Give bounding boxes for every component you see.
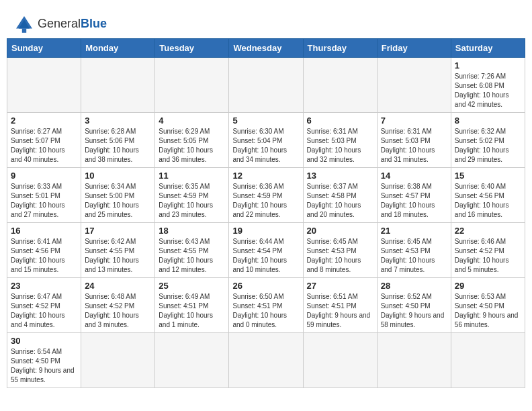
day-info: Sunrise: 6:27 AM Sunset: 5:07 PM Dayligh…	[11, 127, 77, 165]
calendar-cell	[155, 333, 229, 388]
day-info: Sunrise: 6:38 AM Sunset: 4:57 PM Dayligh…	[381, 182, 447, 220]
calendar-cell	[303, 58, 377, 113]
day-info: Sunrise: 6:54 AM Sunset: 4:50 PM Dayligh…	[11, 347, 77, 385]
header: GeneralBlue	[7, 7, 525, 38]
day-number: 12	[232, 171, 299, 181]
calendar-cell	[303, 333, 377, 388]
calendar-cell: 21Sunrise: 6:45 AM Sunset: 4:53 PM Dayli…	[377, 223, 451, 278]
calendar-cell: 16Sunrise: 6:41 AM Sunset: 4:56 PM Dayli…	[7, 223, 81, 278]
day-number: 10	[85, 171, 151, 181]
day-number: 25	[159, 281, 225, 291]
calendar-cell: 7Sunrise: 6:31 AM Sunset: 5:03 PM Daylig…	[377, 113, 451, 168]
calendar-cell: 8Sunrise: 6:32 AM Sunset: 5:02 PM Daylig…	[451, 113, 525, 168]
calendar-cell: 2Sunrise: 6:27 AM Sunset: 5:07 PM Daylig…	[7, 113, 81, 168]
day-number: 8	[455, 116, 521, 126]
calendar-cell: 30Sunrise: 6:54 AM Sunset: 4:50 PM Dayli…	[7, 333, 81, 388]
day-header-thursday: Thursday	[303, 39, 377, 58]
calendar-cell: 27Sunrise: 6:51 AM Sunset: 4:51 PM Dayli…	[303, 278, 377, 333]
day-info: Sunrise: 6:28 AM Sunset: 5:06 PM Dayligh…	[85, 127, 151, 165]
day-info: Sunrise: 6:43 AM Sunset: 4:55 PM Dayligh…	[159, 237, 225, 275]
day-info: Sunrise: 6:31 AM Sunset: 5:03 PM Dayligh…	[307, 127, 373, 165]
day-number: 4	[159, 116, 225, 126]
day-info: Sunrise: 6:47 AM Sunset: 4:52 PM Dayligh…	[11, 292, 77, 330]
calendar-cell: 6Sunrise: 6:31 AM Sunset: 5:03 PM Daylig…	[303, 113, 377, 168]
day-number: 18	[159, 226, 225, 236]
day-info: Sunrise: 6:48 AM Sunset: 4:52 PM Dayligh…	[85, 292, 151, 330]
day-info: Sunrise: 6:42 AM Sunset: 4:55 PM Dayligh…	[85, 237, 151, 275]
day-number: 24	[85, 281, 151, 291]
calendar-week-5: 30Sunrise: 6:54 AM Sunset: 4:50 PM Dayli…	[7, 333, 525, 388]
calendar-cell: 3Sunrise: 6:28 AM Sunset: 5:06 PM Daylig…	[81, 113, 155, 168]
day-info: Sunrise: 7:26 AM Sunset: 6:08 PM Dayligh…	[455, 72, 521, 109]
day-number: 19	[232, 226, 299, 236]
day-number: 6	[307, 116, 373, 126]
day-header-saturday: Saturday	[451, 39, 525, 58]
day-info: Sunrise: 6:40 AM Sunset: 4:56 PM Dayligh…	[455, 182, 521, 220]
calendar-week-0: 1Sunrise: 7:26 AM Sunset: 6:08 PM Daylig…	[7, 58, 525, 113]
day-info: Sunrise: 6:45 AM Sunset: 4:53 PM Dayligh…	[381, 237, 447, 275]
calendar-cell: 19Sunrise: 6:44 AM Sunset: 4:54 PM Dayli…	[229, 223, 303, 278]
logo: GeneralBlue	[13, 13, 107, 35]
calendar-cell: 24Sunrise: 6:48 AM Sunset: 4:52 PM Dayli…	[81, 278, 155, 333]
calendar-cell	[377, 58, 451, 113]
day-info: Sunrise: 6:37 AM Sunset: 4:58 PM Dayligh…	[307, 182, 373, 220]
calendar-cell: 13Sunrise: 6:37 AM Sunset: 4:58 PM Dayli…	[303, 168, 377, 223]
day-number: 5	[232, 116, 299, 126]
day-header-friday: Friday	[377, 39, 451, 58]
day-info: Sunrise: 6:44 AM Sunset: 4:54 PM Dayligh…	[232, 237, 299, 275]
day-info: Sunrise: 6:35 AM Sunset: 4:59 PM Dayligh…	[159, 182, 225, 220]
calendar-cell: 10Sunrise: 6:34 AM Sunset: 5:00 PM Dayli…	[81, 168, 155, 223]
calendar-cell	[7, 58, 81, 113]
day-number: 15	[455, 171, 521, 181]
day-info: Sunrise: 6:33 AM Sunset: 5:01 PM Dayligh…	[11, 182, 77, 220]
calendar-header-row: SundayMondayTuesdayWednesdayThursdayFrid…	[7, 39, 525, 58]
day-number: 2	[11, 116, 77, 126]
day-info: Sunrise: 6:36 AM Sunset: 4:59 PM Dayligh…	[232, 182, 299, 220]
day-header-tuesday: Tuesday	[155, 39, 229, 58]
calendar-cell: 14Sunrise: 6:38 AM Sunset: 4:57 PM Dayli…	[377, 168, 451, 223]
day-info: Sunrise: 6:41 AM Sunset: 4:56 PM Dayligh…	[11, 237, 77, 275]
day-info: Sunrise: 6:30 AM Sunset: 5:04 PM Dayligh…	[232, 127, 299, 165]
calendar-cell	[155, 58, 229, 113]
day-number: 17	[85, 226, 151, 236]
calendar-cell	[229, 58, 303, 113]
day-number: 1	[455, 60, 521, 71]
day-info: Sunrise: 6:53 AM Sunset: 4:50 PM Dayligh…	[455, 292, 521, 330]
calendar-cell: 12Sunrise: 6:36 AM Sunset: 4:59 PM Dayli…	[229, 168, 303, 223]
day-info: Sunrise: 6:32 AM Sunset: 5:02 PM Dayligh…	[455, 127, 521, 165]
calendar-cell: 20Sunrise: 6:45 AM Sunset: 4:53 PM Dayli…	[303, 223, 377, 278]
day-header-monday: Monday	[81, 39, 155, 58]
day-number: 16	[11, 226, 77, 236]
calendar-week-3: 16Sunrise: 6:41 AM Sunset: 4:56 PM Dayli…	[7, 223, 525, 278]
calendar-week-2: 9Sunrise: 6:33 AM Sunset: 5:01 PM Daylig…	[7, 168, 525, 223]
logo-blue-text: Blue	[81, 17, 107, 30]
day-info: Sunrise: 6:49 AM Sunset: 4:51 PM Dayligh…	[159, 292, 225, 330]
calendar-cell: 11Sunrise: 6:35 AM Sunset: 4:59 PM Dayli…	[155, 168, 229, 223]
calendar-cell: 25Sunrise: 6:49 AM Sunset: 4:51 PM Dayli…	[155, 278, 229, 333]
day-info: Sunrise: 6:50 AM Sunset: 4:51 PM Dayligh…	[232, 292, 299, 330]
day-number: 26	[232, 281, 299, 291]
day-number: 30	[11, 336, 77, 346]
calendar-cell: 23Sunrise: 6:47 AM Sunset: 4:52 PM Dayli…	[7, 278, 81, 333]
day-info: Sunrise: 6:29 AM Sunset: 5:05 PM Dayligh…	[159, 127, 225, 165]
calendar-cell: 22Sunrise: 6:46 AM Sunset: 4:52 PM Dayli…	[451, 223, 525, 278]
day-number: 20	[307, 226, 373, 236]
day-number: 22	[455, 226, 521, 236]
day-number: 13	[307, 171, 373, 181]
logo-icon	[13, 13, 35, 35]
svg-rect-2	[22, 28, 26, 32]
day-header-wednesday: Wednesday	[229, 39, 303, 58]
calendar-cell	[81, 58, 155, 113]
calendar-cell: 5Sunrise: 6:30 AM Sunset: 5:04 PM Daylig…	[229, 113, 303, 168]
calendar-cell: 17Sunrise: 6:42 AM Sunset: 4:55 PM Dayli…	[81, 223, 155, 278]
calendar-cell: 1Sunrise: 7:26 AM Sunset: 6:08 PM Daylig…	[451, 58, 525, 113]
day-info: Sunrise: 6:34 AM Sunset: 5:00 PM Dayligh…	[85, 182, 151, 220]
day-info: Sunrise: 6:45 AM Sunset: 4:53 PM Dayligh…	[307, 237, 373, 275]
day-info: Sunrise: 6:46 AM Sunset: 4:52 PM Dayligh…	[455, 237, 521, 275]
day-number: 27	[307, 281, 373, 291]
calendar-cell: 26Sunrise: 6:50 AM Sunset: 4:51 PM Dayli…	[229, 278, 303, 333]
day-header-sunday: Sunday	[7, 39, 81, 58]
day-number: 9	[11, 171, 77, 181]
calendar-cell: 15Sunrise: 6:40 AM Sunset: 4:56 PM Dayli…	[451, 168, 525, 223]
calendar-cell: 28Sunrise: 6:52 AM Sunset: 4:50 PM Dayli…	[377, 278, 451, 333]
